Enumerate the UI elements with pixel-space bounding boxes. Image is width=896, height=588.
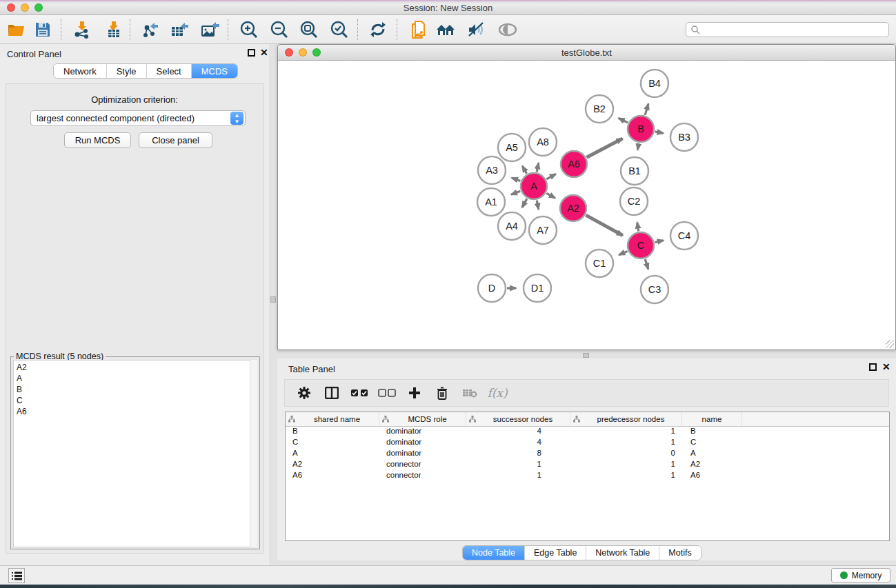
tab-network-table[interactable]: Network Table bbox=[586, 546, 659, 560]
graph-edge-C-C3[interactable] bbox=[645, 259, 648, 269]
table-cell[interactable]: C bbox=[286, 438, 379, 449]
table-cell[interactable]: C bbox=[682, 438, 742, 449]
graph-edge-A-A2[interactable] bbox=[546, 193, 555, 198]
import-table-button[interactable] bbox=[103, 19, 125, 40]
clone-network-button[interactable] bbox=[407, 19, 429, 40]
tab-select[interactable]: Select bbox=[147, 64, 192, 79]
graph-edge-B-B4[interactable] bbox=[645, 104, 648, 115]
graph-node-C3[interactable]: C3 bbox=[641, 276, 668, 303]
graph-node-B2[interactable]: B2 bbox=[586, 95, 613, 123]
graph-node-A3[interactable]: A3 bbox=[478, 156, 506, 184]
graph-edge-C-C2[interactable] bbox=[637, 223, 639, 232]
table-cell[interactable]: dominator bbox=[379, 438, 466, 449]
close-panel-button[interactable]: Close panel bbox=[139, 132, 212, 148]
memory-button[interactable]: Memory bbox=[831, 568, 890, 582]
column-header-shared-name[interactable]: shared name bbox=[286, 412, 379, 426]
open-session-button[interactable] bbox=[6, 19, 28, 40]
graph-node-D1[interactable]: D1 bbox=[524, 274, 551, 302]
zoom-in-button[interactable] bbox=[238, 19, 260, 40]
result-scrollbar[interactable] bbox=[250, 360, 257, 547]
graph-edge-C-C4[interactable] bbox=[655, 241, 663, 243]
graph-node-A[interactable]: A bbox=[521, 173, 547, 199]
column-header-name[interactable]: name bbox=[682, 412, 742, 426]
column-header-predecessor-nodes[interactable]: predecessor nodes bbox=[570, 412, 682, 426]
delete-button[interactable] bbox=[428, 387, 456, 400]
table-cell[interactable]: connector bbox=[379, 471, 466, 482]
search-field[interactable] bbox=[686, 22, 889, 37]
export-network-button[interactable] bbox=[139, 19, 161, 40]
network-window-titlebar[interactable]: testGlobe.txt bbox=[278, 45, 895, 61]
table-cell[interactable]: 1 bbox=[570, 438, 682, 449]
graph-edge-A-A6[interactable] bbox=[546, 174, 555, 179]
result-item[interactable]: A2 bbox=[17, 362, 250, 373]
table-cell[interactable]: 4 bbox=[466, 427, 570, 438]
close-table-panel-icon[interactable]: ✕ bbox=[882, 361, 890, 372]
graph-edge-A6-B[interactable] bbox=[587, 139, 623, 157]
tab-edge-table[interactable]: Edge Table bbox=[525, 546, 586, 560]
tab-node-table[interactable]: Node Table bbox=[463, 546, 525, 560]
table-row[interactable]: Adominator80A bbox=[286, 449, 889, 460]
optimization-criterion-dropdown[interactable]: largest connected component (directed) ▲… bbox=[30, 110, 246, 126]
task-history-button[interactable] bbox=[8, 568, 25, 583]
gear-button[interactable] bbox=[290, 386, 318, 400]
graph-edge-B-B2[interactable] bbox=[619, 118, 628, 122]
graph-node-B4[interactable]: B4 bbox=[641, 70, 668, 97]
save-session-button[interactable] bbox=[32, 19, 54, 40]
result-item[interactable]: A6 bbox=[17, 406, 250, 417]
graph-node-C[interactable]: C bbox=[628, 232, 654, 258]
tab-network[interactable]: Network bbox=[54, 64, 107, 79]
table-cell[interactable]: A bbox=[682, 449, 742, 460]
table-cell[interactable]: 8 bbox=[466, 449, 570, 460]
graph-edge-A2-C[interactable] bbox=[586, 215, 622, 235]
graph-edge-A-A7[interactable] bbox=[537, 201, 539, 210]
graph-edge-A-A4[interactable] bbox=[522, 199, 527, 207]
graph-node-A7[interactable]: A7 bbox=[529, 216, 557, 244]
result-item[interactable]: B bbox=[17, 384, 250, 395]
select-all-columns-button[interactable] bbox=[346, 389, 373, 397]
close-panel-icon[interactable]: ✕ bbox=[260, 47, 268, 58]
table-cell[interactable]: dominator bbox=[379, 427, 466, 438]
table-row[interactable]: A2connector11A2 bbox=[286, 460, 889, 471]
graph-edge-A-A8[interactable] bbox=[537, 163, 539, 172]
export-image-button[interactable] bbox=[199, 19, 221, 40]
graph-node-A1[interactable]: A1 bbox=[477, 188, 505, 216]
column-header-MCDS-role[interactable]: MCDS role bbox=[379, 412, 466, 426]
graph-node-B1[interactable]: B1 bbox=[621, 157, 648, 185]
table-row[interactable]: Bdominator41B bbox=[286, 427, 889, 438]
graph-node-D[interactable]: D bbox=[478, 274, 506, 302]
unselect-all-columns-button[interactable] bbox=[373, 389, 401, 397]
tab-style[interactable]: Style bbox=[107, 64, 147, 79]
graph-edge-B-B3[interactable] bbox=[655, 132, 664, 133]
import-network-button[interactable] bbox=[71, 19, 93, 40]
window-resize-grip[interactable] bbox=[886, 340, 894, 348]
table-cell[interactable]: connector bbox=[379, 460, 466, 471]
graph-edge-A-A5[interactable] bbox=[522, 166, 526, 174]
graph-node-A2[interactable]: A2 bbox=[560, 195, 586, 221]
graph-edge-A-A3[interactable] bbox=[512, 178, 520, 181]
tab-motifs[interactable]: Motifs bbox=[659, 546, 700, 560]
graph-node-C2[interactable]: C2 bbox=[620, 187, 648, 215]
table-cell[interactable]: B bbox=[286, 427, 379, 438]
graph-edge-A-A1[interactable] bbox=[511, 191, 520, 194]
network-canvas[interactable]: B4B2BB3A5A8A6A3B1AA1C2A2A4A7CC4C1C3DD1 bbox=[279, 61, 895, 349]
horizontal-divider-grip[interactable] bbox=[583, 353, 589, 358]
table-cell[interactable]: A6 bbox=[286, 471, 379, 482]
run-mcds-button[interactable]: Run MCDS bbox=[64, 132, 131, 148]
zoom-fit-button[interactable] bbox=[298, 19, 320, 40]
table-cell[interactable]: 1 bbox=[466, 471, 570, 482]
table-cell[interactable]: dominator bbox=[379, 449, 466, 460]
zoom-selected-button[interactable] bbox=[328, 19, 350, 40]
table-cell[interactable]: 1 bbox=[570, 471, 682, 482]
table-cell[interactable]: 0 bbox=[570, 449, 682, 460]
split-columns-button[interactable] bbox=[318, 387, 346, 399]
result-item[interactable]: A bbox=[17, 373, 250, 384]
graph-node-B3[interactable]: B3 bbox=[670, 123, 698, 151]
table-cell[interactable]: B bbox=[682, 427, 742, 438]
result-item[interactable]: C bbox=[17, 395, 250, 406]
graph-node-A8[interactable]: A8 bbox=[529, 128, 557, 156]
table-row[interactable]: A6connector11A6 bbox=[286, 471, 889, 482]
table-cell[interactable]: A2 bbox=[286, 460, 379, 471]
table-cell[interactable]: 1 bbox=[570, 460, 682, 471]
table-cell[interactable]: 1 bbox=[570, 427, 682, 438]
graph-edge-C-C1[interactable] bbox=[619, 251, 627, 254]
